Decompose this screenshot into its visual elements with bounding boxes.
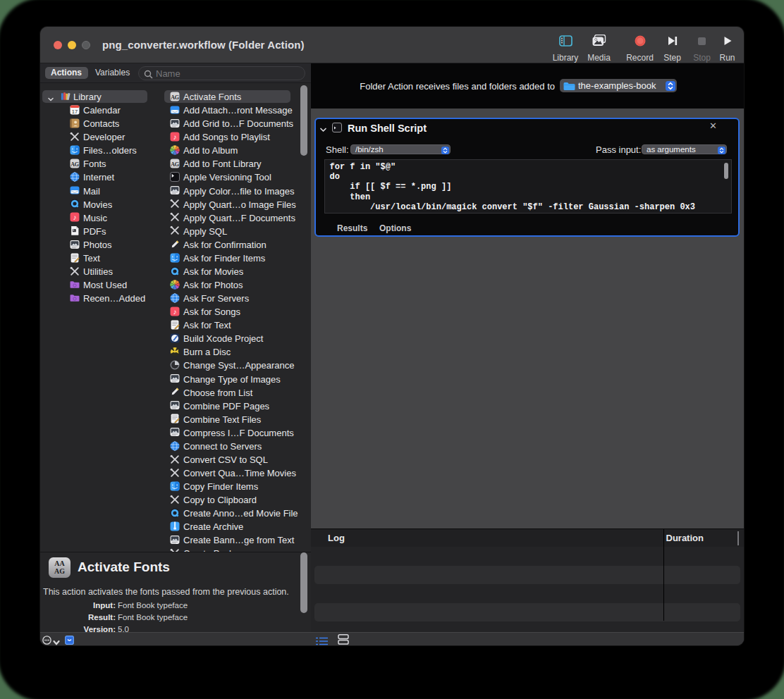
svg-text:♪: ♪ <box>173 308 176 316</box>
svg-text:G: G <box>175 94 180 100</box>
svg-text:♪: ♪ <box>173 133 176 141</box>
svg-text:G: G <box>175 161 180 168</box>
